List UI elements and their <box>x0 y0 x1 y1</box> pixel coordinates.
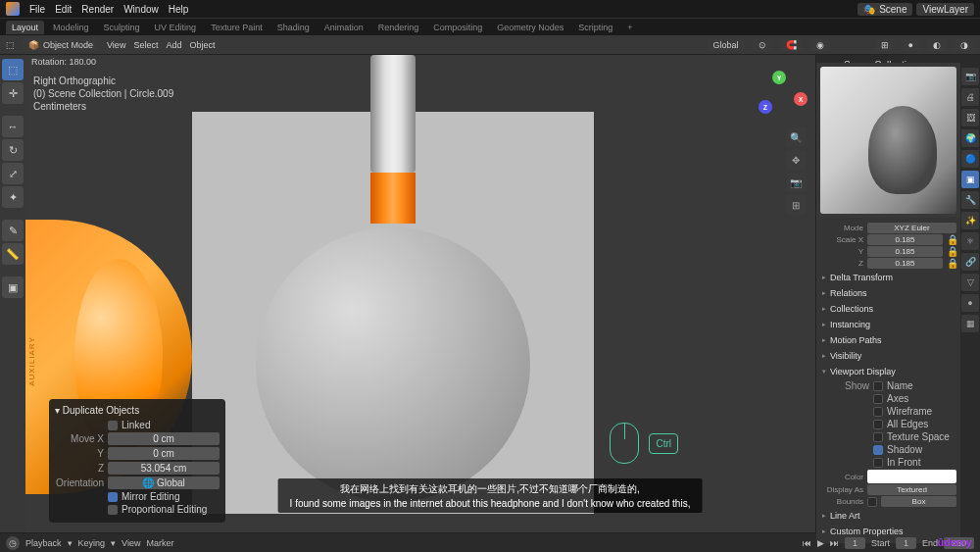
gizmo-y-axis[interactable]: Y <box>772 71 786 84</box>
tool-move[interactable]: ↔ <box>2 116 24 137</box>
proportional-toggle[interactable]: ◉ <box>810 39 830 51</box>
viewport-3d[interactable]: Rotation: 180.00 Right Orthographic (0) … <box>25 55 815 532</box>
ptab-object[interactable]: ▣ <box>961 171 979 188</box>
proportional-checkbox[interactable] <box>108 505 118 515</box>
move-y-field[interactable]: 0 cm <box>108 447 220 460</box>
tool-cursor[interactable]: ✛ <box>2 82 24 104</box>
ptab-world[interactable]: 🔵 <box>961 150 979 168</box>
tab-geonodes[interactable]: Geometry Nodes <box>491 21 569 34</box>
tab-modeling[interactable]: Modeling <box>47 21 95 34</box>
tool-select-box[interactable]: ⬚ <box>2 59 24 80</box>
rotation-mode-field[interactable]: XYZ Euler <box>867 223 956 233</box>
check-axes[interactable] <box>873 394 883 404</box>
shading-wireframe[interactable]: ⊞ <box>875 39 895 51</box>
orientation-field[interactable]: 🌐 Global <box>108 477 220 489</box>
nav-persp-icon[interactable]: ⊞ <box>786 195 806 215</box>
timeline-playback[interactable]: Playback <box>25 538 62 548</box>
display-as-field[interactable]: Textured <box>867 484 956 495</box>
ptab-texture[interactable]: ▦ <box>961 315 979 332</box>
ptab-physics[interactable]: ⚛ <box>961 232 979 250</box>
gizmo-x-axis[interactable]: X <box>794 92 808 106</box>
timeline-editor-icon[interactable]: ◷ <box>6 536 20 550</box>
header-add[interactable]: Add <box>166 40 181 50</box>
nav-zoom-icon[interactable]: 🔍 <box>786 127 806 147</box>
scale-y-field[interactable]: 0.185 <box>867 246 943 257</box>
ptab-scene[interactable]: 🌍 <box>961 129 979 147</box>
tool-measure[interactable]: 📏 <box>2 243 24 265</box>
ptab-output[interactable]: 🖨 <box>961 88 979 106</box>
ptab-data[interactable]: ▽ <box>961 274 979 291</box>
check-shadow[interactable] <box>873 445 883 455</box>
scene-selector[interactable]: 🎭Scene <box>858 3 912 16</box>
check-in-front[interactable] <box>873 458 883 468</box>
menu-render[interactable]: Render <box>81 4 114 15</box>
tab-compositing[interactable]: Compositing <box>427 21 488 34</box>
menu-window[interactable]: Window <box>123 4 159 15</box>
ptab-material[interactable]: ● <box>961 294 979 312</box>
check-texture-space[interactable] <box>873 432 883 442</box>
tool-scale[interactable]: ⤢ <box>2 163 24 184</box>
section-instancing[interactable]: Instancing <box>820 317 956 332</box>
tab-rendering[interactable]: Rendering <box>372 21 425 34</box>
menu-file[interactable]: File <box>29 4 45 15</box>
orientation-selector[interactable]: Global <box>708 39 745 51</box>
menu-edit[interactable]: Edit <box>55 4 72 15</box>
pivot-selector[interactable]: ⊙ <box>753 39 772 51</box>
tool-rotate[interactable]: ↻ <box>2 139 24 161</box>
move-x-field[interactable]: 0 cm <box>108 432 220 445</box>
move-z-field[interactable]: 53.054 cm <box>108 462 220 475</box>
scale-x-field[interactable]: 0.185 <box>867 234 943 245</box>
start-frame-field[interactable]: 1 <box>896 537 916 549</box>
tab-animation[interactable]: Animation <box>318 21 369 34</box>
section-collections[interactable]: Collections <box>820 301 956 317</box>
nav-pan-icon[interactable]: ✥ <box>786 150 806 170</box>
outliner[interactable]: ▾🗀 Scene Collection ▾📁 Collection☑ 👁 📷 ▸… <box>816 55 980 63</box>
viewlayer-selector[interactable]: ViewLayer <box>916 3 974 16</box>
timeline-keying[interactable]: Keying <box>78 538 106 548</box>
tab-add[interactable]: + <box>621 21 638 34</box>
tab-shading[interactable]: Shading <box>271 21 316 34</box>
check-wireframe[interactable] <box>873 407 883 417</box>
shading-material[interactable]: ◐ <box>927 39 947 51</box>
header-select[interactable]: Select <box>133 40 158 50</box>
header-view[interactable]: View <box>107 40 125 50</box>
section-visibility[interactable]: Visibility <box>820 348 956 364</box>
ptab-particles[interactable]: ✨ <box>961 212 979 229</box>
play-reverse-button[interactable]: ⏮ <box>803 538 811 548</box>
navigation-gizmo[interactable]: Y X Z <box>753 63 808 118</box>
tab-layout[interactable]: Layout <box>6 21 44 34</box>
current-frame-field[interactable]: 1 <box>845 537 865 549</box>
section-viewport-display[interactable]: Viewport Display <box>820 364 956 379</box>
check-name[interactable] <box>873 381 883 391</box>
play-button[interactable]: ▶ <box>817 538 824 548</box>
menu-help[interactable]: Help <box>169 4 189 15</box>
check-all-edges[interactable] <box>873 420 883 429</box>
nav-camera-icon[interactable]: 📷 <box>786 173 806 192</box>
scale-z-field[interactable]: 0.185 <box>867 258 943 269</box>
linked-checkbox[interactable] <box>108 421 118 430</box>
ptab-constraints[interactable]: 🔗 <box>961 253 979 271</box>
gizmo-z-axis[interactable]: Z <box>759 100 772 114</box>
section-motion-paths[interactable]: Motion Paths <box>820 332 956 348</box>
section-delta-transform[interactable]: Delta Transform <box>820 270 956 285</box>
play-forward-button[interactable]: ⏭ <box>830 538 839 548</box>
check-bounds[interactable] <box>867 497 877 507</box>
mode-selector[interactable]: 📦Object Mode <box>23 39 99 51</box>
color-field[interactable] <box>867 470 956 483</box>
timeline-view[interactable]: View <box>122 538 140 548</box>
properties-panel[interactable]: ModeXYZ Euler Scale X0.185🔒 Y0.185🔒 Z0.1… <box>816 218 960 543</box>
ptab-viewlayer[interactable]: 🖼 <box>961 109 979 126</box>
mirror-checkbox[interactable] <box>108 492 118 502</box>
shading-solid[interactable]: ● <box>903 39 919 51</box>
header-object[interactable]: Object <box>189 40 215 50</box>
tool-annotate[interactable]: ✎ <box>2 220 24 241</box>
tool-transform[interactable]: ✦ <box>2 186 24 208</box>
tab-texturepaint[interactable]: Texture Paint <box>205 21 269 34</box>
shading-rendered[interactable]: ◑ <box>955 39 974 51</box>
tab-sculpting[interactable]: Sculpting <box>98 21 146 34</box>
tool-addcube[interactable]: ▣ <box>2 276 24 298</box>
bounds-field[interactable]: Box <box>881 496 956 507</box>
section-lineart[interactable]: Line Art <box>820 508 956 524</box>
snap-toggle[interactable]: 🧲 <box>780 39 803 51</box>
editor-type-icon[interactable]: ⬚ <box>6 40 15 50</box>
